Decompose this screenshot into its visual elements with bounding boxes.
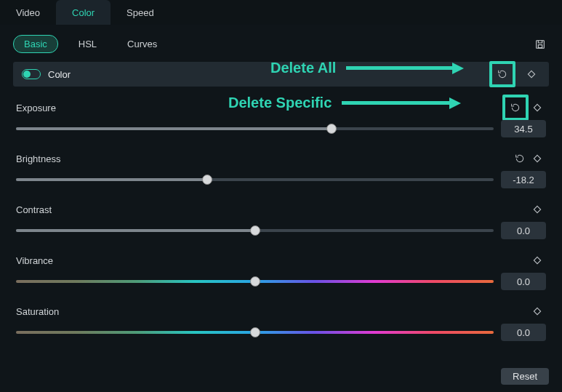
diamond-icon [531,102,543,113]
reset-all-button[interactable] [494,65,511,83]
keyframe-contrast-button[interactable] [529,201,546,218]
keyframe-all-button[interactable] [523,65,540,83]
exposure-value[interactable]: 34.5 [501,120,546,137]
saturation-slider[interactable] [16,331,494,334]
contrast-slider[interactable] [16,229,494,232]
prop-vibrance: Vibrance0.0 [13,252,549,290]
brightness-value[interactable]: -18.2 [501,171,546,188]
brightness-slider[interactable] [16,178,494,181]
brightness-thumb[interactable] [202,175,212,185]
saturation-value[interactable]: 0.0 [501,324,546,341]
top-tab-bar: Video Color Speed [0,0,562,25]
tab-speed[interactable]: Speed [111,0,170,25]
reset-button[interactable]: Reset [501,368,549,385]
exposure-label: Exposure [16,103,56,113]
sub-tab-bar: Basic HSL Curves [13,35,549,53]
svg-rect-1 [538,44,542,47]
diamond-icon [531,255,543,266]
reset-icon [514,153,526,164]
brightness-label: Brightness [16,153,60,164]
prop-saturation: Saturation0.0 [13,303,549,341]
prop-contrast: Contrast0.0 [13,201,549,239]
save-icon [534,39,546,50]
keyframe-brightness-button[interactable] [529,150,546,167]
subtab-basic[interactable]: Basic [13,35,58,53]
section-title: Color [48,69,71,80]
keyframe-saturation-button[interactable] [529,303,546,320]
section-color-row: Color [13,62,549,87]
contrast-value[interactable]: 0.0 [501,222,546,239]
keyframe-vibrance-button[interactable] [529,252,546,269]
vibrance-value[interactable]: 0.0 [501,273,546,290]
diamond-icon [531,305,543,317]
reset-icon [497,68,508,80]
contrast-thumb[interactable] [250,225,260,236]
tab-color[interactable]: Color [56,0,111,25]
svg-rect-0 [537,40,545,48]
vibrance-label: Vibrance [16,255,53,266]
subtab-curves[interactable]: Curves [117,36,167,52]
keyframe-exposure-button[interactable] [529,99,546,116]
exposure-thumb[interactable] [326,124,337,134]
saturation-thumb[interactable] [250,327,260,337]
subtab-hsl[interactable]: HSL [68,36,107,52]
color-toggle[interactable] [22,69,41,79]
saturation-label: Saturation [16,306,59,317]
diamond-icon [531,153,543,164]
save-preset-button[interactable] [531,36,549,53]
diamond-icon [531,204,543,215]
vibrance-thumb[interactable] [250,276,260,287]
contrast-label: Contrast [16,204,52,215]
reset-brightness-button[interactable] [511,150,529,167]
exposure-slider[interactable] [16,127,494,130]
prop-brightness: Brightness-18.2 [13,151,549,188]
diamond-icon [526,68,537,80]
prop-exposure: Exposure34.5 [13,100,549,137]
vibrance-slider[interactable] [16,280,494,283]
reset-exposure-button[interactable] [507,99,524,116]
tab-video[interactable]: Video [0,0,56,25]
delete-all-highlight [489,61,515,87]
reset-icon [510,102,521,113]
delete-specific-highlight [502,95,529,121]
